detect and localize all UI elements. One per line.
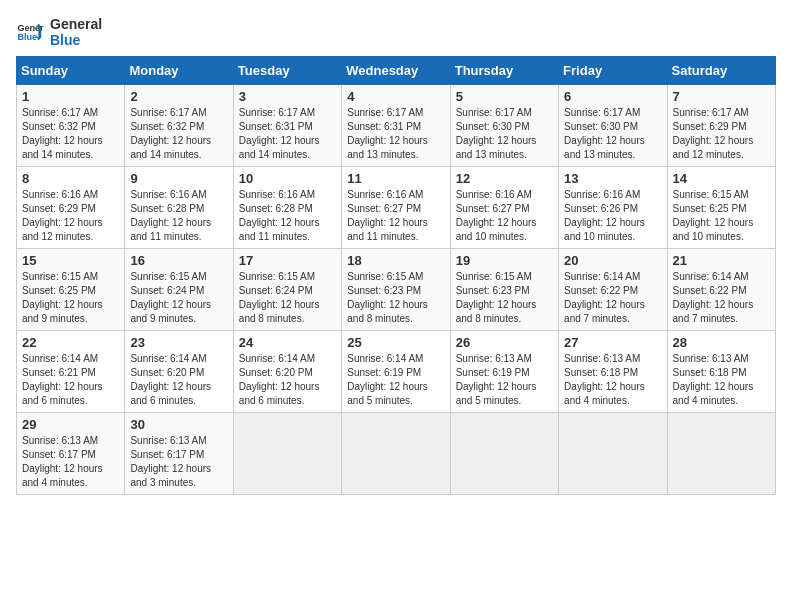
calendar-week-row: 22 Sunrise: 6:14 AM Sunset: 6:21 PM Dayl… [17, 331, 776, 413]
calendar-week-row: 15 Sunrise: 6:15 AM Sunset: 6:25 PM Dayl… [17, 249, 776, 331]
calendar-cell: 8 Sunrise: 6:16 AM Sunset: 6:29 PM Dayli… [17, 167, 125, 249]
day-info: Sunrise: 6:17 AM Sunset: 6:30 PM Dayligh… [456, 106, 553, 162]
logo: General Blue General Blue [16, 16, 102, 48]
svg-text:Blue: Blue [17, 32, 37, 42]
day-info: Sunrise: 6:14 AM Sunset: 6:22 PM Dayligh… [564, 270, 661, 326]
day-info: Sunrise: 6:14 AM Sunset: 6:20 PM Dayligh… [239, 352, 336, 408]
calendar-cell: 20 Sunrise: 6:14 AM Sunset: 6:22 PM Dayl… [559, 249, 667, 331]
calendar-cell: 10 Sunrise: 6:16 AM Sunset: 6:28 PM Dayl… [233, 167, 341, 249]
day-info: Sunrise: 6:14 AM Sunset: 6:20 PM Dayligh… [130, 352, 227, 408]
calendar-cell: 18 Sunrise: 6:15 AM Sunset: 6:23 PM Dayl… [342, 249, 450, 331]
day-info: Sunrise: 6:17 AM Sunset: 6:32 PM Dayligh… [22, 106, 119, 162]
header-sunday: Sunday [17, 57, 125, 85]
day-number: 24 [239, 335, 336, 350]
calendar-cell: 2 Sunrise: 6:17 AM Sunset: 6:32 PM Dayli… [125, 85, 233, 167]
day-info: Sunrise: 6:15 AM Sunset: 6:24 PM Dayligh… [239, 270, 336, 326]
calendar-cell: 30 Sunrise: 6:13 AM Sunset: 6:17 PM Dayl… [125, 413, 233, 495]
calendar-cell: 22 Sunrise: 6:14 AM Sunset: 6:21 PM Dayl… [17, 331, 125, 413]
header-monday: Monday [125, 57, 233, 85]
day-info: Sunrise: 6:13 AM Sunset: 6:18 PM Dayligh… [673, 352, 770, 408]
day-number: 25 [347, 335, 444, 350]
logo-general: General [50, 16, 102, 32]
day-info: Sunrise: 6:13 AM Sunset: 6:18 PM Dayligh… [564, 352, 661, 408]
day-number: 21 [673, 253, 770, 268]
day-info: Sunrise: 6:16 AM Sunset: 6:28 PM Dayligh… [130, 188, 227, 244]
calendar-cell: 25 Sunrise: 6:14 AM Sunset: 6:19 PM Dayl… [342, 331, 450, 413]
day-number: 11 [347, 171, 444, 186]
day-number: 2 [130, 89, 227, 104]
day-number: 20 [564, 253, 661, 268]
day-number: 8 [22, 171, 119, 186]
calendar-cell: 12 Sunrise: 6:16 AM Sunset: 6:27 PM Dayl… [450, 167, 558, 249]
logo-blue: Blue [50, 32, 102, 48]
calendar-cell: 21 Sunrise: 6:14 AM Sunset: 6:22 PM Dayl… [667, 249, 775, 331]
logo-icon: General Blue [16, 18, 44, 46]
calendar-cell: 7 Sunrise: 6:17 AM Sunset: 6:29 PM Dayli… [667, 85, 775, 167]
day-number: 14 [673, 171, 770, 186]
day-info: Sunrise: 6:15 AM Sunset: 6:23 PM Dayligh… [347, 270, 444, 326]
calendar-cell: 27 Sunrise: 6:13 AM Sunset: 6:18 PM Dayl… [559, 331, 667, 413]
day-info: Sunrise: 6:14 AM Sunset: 6:19 PM Dayligh… [347, 352, 444, 408]
calendar-cell: 16 Sunrise: 6:15 AM Sunset: 6:24 PM Dayl… [125, 249, 233, 331]
day-info: Sunrise: 6:16 AM Sunset: 6:29 PM Dayligh… [22, 188, 119, 244]
day-number: 3 [239, 89, 336, 104]
day-number: 10 [239, 171, 336, 186]
day-number: 6 [564, 89, 661, 104]
day-info: Sunrise: 6:13 AM Sunset: 6:17 PM Dayligh… [130, 434, 227, 490]
day-info: Sunrise: 6:17 AM Sunset: 6:31 PM Dayligh… [239, 106, 336, 162]
day-info: Sunrise: 6:15 AM Sunset: 6:24 PM Dayligh… [130, 270, 227, 326]
day-info: Sunrise: 6:15 AM Sunset: 6:25 PM Dayligh… [673, 188, 770, 244]
day-number: 18 [347, 253, 444, 268]
day-info: Sunrise: 6:17 AM Sunset: 6:29 PM Dayligh… [673, 106, 770, 162]
calendar-cell: 4 Sunrise: 6:17 AM Sunset: 6:31 PM Dayli… [342, 85, 450, 167]
calendar-week-row: 1 Sunrise: 6:17 AM Sunset: 6:32 PM Dayli… [17, 85, 776, 167]
day-number: 7 [673, 89, 770, 104]
day-info: Sunrise: 6:15 AM Sunset: 6:25 PM Dayligh… [22, 270, 119, 326]
day-info: Sunrise: 6:17 AM Sunset: 6:32 PM Dayligh… [130, 106, 227, 162]
calendar-cell: 6 Sunrise: 6:17 AM Sunset: 6:30 PM Dayli… [559, 85, 667, 167]
day-info: Sunrise: 6:15 AM Sunset: 6:23 PM Dayligh… [456, 270, 553, 326]
day-info: Sunrise: 6:16 AM Sunset: 6:27 PM Dayligh… [456, 188, 553, 244]
day-number: 19 [456, 253, 553, 268]
day-number: 15 [22, 253, 119, 268]
day-number: 28 [673, 335, 770, 350]
header-wednesday: Wednesday [342, 57, 450, 85]
calendar-cell: 17 Sunrise: 6:15 AM Sunset: 6:24 PM Dayl… [233, 249, 341, 331]
calendar-cell: 3 Sunrise: 6:17 AM Sunset: 6:31 PM Dayli… [233, 85, 341, 167]
calendar-header-row: SundayMondayTuesdayWednesdayThursdayFrid… [17, 57, 776, 85]
day-info: Sunrise: 6:16 AM Sunset: 6:26 PM Dayligh… [564, 188, 661, 244]
calendar-cell: 5 Sunrise: 6:17 AM Sunset: 6:30 PM Dayli… [450, 85, 558, 167]
day-info: Sunrise: 6:16 AM Sunset: 6:28 PM Dayligh… [239, 188, 336, 244]
header-friday: Friday [559, 57, 667, 85]
day-info: Sunrise: 6:16 AM Sunset: 6:27 PM Dayligh… [347, 188, 444, 244]
day-number: 5 [456, 89, 553, 104]
calendar-cell: 19 Sunrise: 6:15 AM Sunset: 6:23 PM Dayl… [450, 249, 558, 331]
day-number: 4 [347, 89, 444, 104]
calendar-cell: 29 Sunrise: 6:13 AM Sunset: 6:17 PM Dayl… [17, 413, 125, 495]
day-info: Sunrise: 6:13 AM Sunset: 6:19 PM Dayligh… [456, 352, 553, 408]
calendar-cell: 24 Sunrise: 6:14 AM Sunset: 6:20 PM Dayl… [233, 331, 341, 413]
calendar-cell [233, 413, 341, 495]
calendar-cell: 9 Sunrise: 6:16 AM Sunset: 6:28 PM Dayli… [125, 167, 233, 249]
day-info: Sunrise: 6:14 AM Sunset: 6:21 PM Dayligh… [22, 352, 119, 408]
calendar-cell: 14 Sunrise: 6:15 AM Sunset: 6:25 PM Dayl… [667, 167, 775, 249]
day-number: 29 [22, 417, 119, 432]
calendar-cell: 1 Sunrise: 6:17 AM Sunset: 6:32 PM Dayli… [17, 85, 125, 167]
page-header: General Blue General Blue [16, 16, 776, 48]
day-info: Sunrise: 6:17 AM Sunset: 6:30 PM Dayligh… [564, 106, 661, 162]
day-number: 23 [130, 335, 227, 350]
day-info: Sunrise: 6:17 AM Sunset: 6:31 PM Dayligh… [347, 106, 444, 162]
calendar-week-row: 8 Sunrise: 6:16 AM Sunset: 6:29 PM Dayli… [17, 167, 776, 249]
day-number: 17 [239, 253, 336, 268]
header-thursday: Thursday [450, 57, 558, 85]
calendar-table: SundayMondayTuesdayWednesdayThursdayFrid… [16, 56, 776, 495]
calendar-cell: 11 Sunrise: 6:16 AM Sunset: 6:27 PM Dayl… [342, 167, 450, 249]
calendar-cell [342, 413, 450, 495]
day-number: 1 [22, 89, 119, 104]
day-number: 22 [22, 335, 119, 350]
day-number: 12 [456, 171, 553, 186]
calendar-cell: 15 Sunrise: 6:15 AM Sunset: 6:25 PM Dayl… [17, 249, 125, 331]
day-info: Sunrise: 6:14 AM Sunset: 6:22 PM Dayligh… [673, 270, 770, 326]
day-number: 30 [130, 417, 227, 432]
header-tuesday: Tuesday [233, 57, 341, 85]
